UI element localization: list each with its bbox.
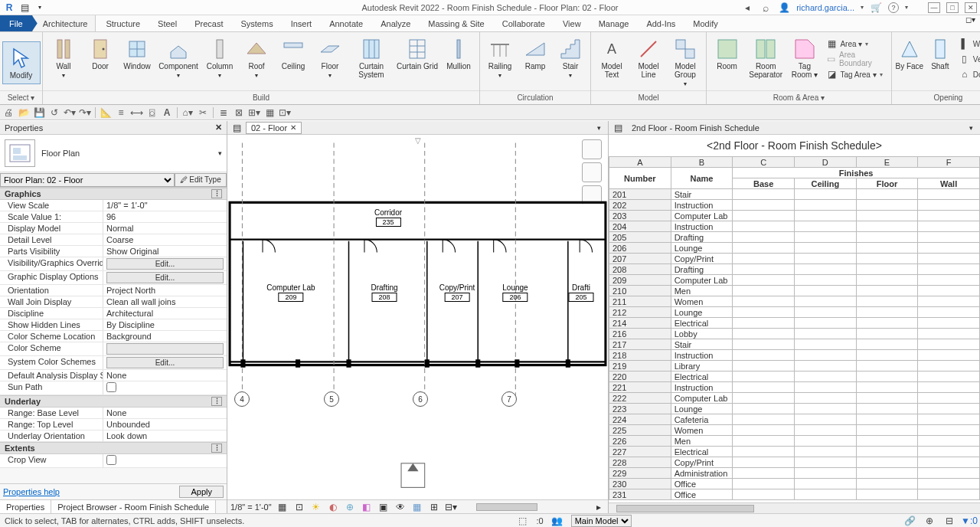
qat-close-icon[interactable]: ⊠	[234, 107, 244, 118]
table-row[interactable]: 202Instruction	[609, 200, 980, 211]
prop-row[interactable]: View Scale1/8" = 1'-0"	[0, 200, 227, 211]
status-link-icon[interactable]: 🔗	[903, 515, 916, 527]
vc-constraints-icon[interactable]: ⊟▾	[445, 501, 457, 513]
table-row[interactable]: 218Instruction	[609, 350, 980, 361]
qat-redo-icon[interactable]: ↷▾	[80, 107, 90, 118]
ribbon-tab-systems[interactable]: Systems	[230, 15, 280, 31]
properties-help-link[interactable]: Properties help	[3, 487, 60, 496]
table-row[interactable]: 220Electrical	[609, 372, 980, 382]
table-row[interactable]: 229Administration	[609, 468, 980, 479]
minimize-button[interactable]: —	[928, 2, 940, 13]
status-model-select[interactable]: Main Model	[571, 515, 632, 527]
wall-opening-button[interactable]: ▌Wall	[959, 37, 980, 51]
prop-row[interactable]: Color Scheme	[0, 342, 227, 356]
status-worksets-icon[interactable]: 👥	[551, 515, 564, 527]
room-area-panel-title[interactable]: Room & Area ▾	[707, 90, 891, 104]
qat-text-icon[interactable]: A	[162, 107, 172, 118]
qat-save-icon[interactable]: ▤	[18, 2, 31, 14]
stair-button[interactable]: Stair▼	[554, 35, 587, 80]
vc-crop-icon[interactable]: ◧	[361, 501, 373, 513]
grid-bubble[interactable]: 4	[234, 391, 250, 407]
vc-hide-icon[interactable]: 👁	[394, 501, 407, 513]
curtain-system-button[interactable]: Curtain System	[349, 35, 394, 80]
table-row[interactable]: 204Instruction	[609, 221, 980, 232]
prop-row[interactable]: Parts VisibilityShow Original	[0, 246, 227, 257]
modify-tool[interactable]: Modify	[2, 41, 41, 84]
table-row[interactable]: 214Electrical	[609, 318, 980, 329]
ribbon-tab-view[interactable]: View	[553, 15, 589, 31]
maximize-button[interactable]: □	[946, 2, 959, 13]
vc-reveal-icon[interactable]: ⊞	[428, 501, 440, 513]
table-row[interactable]: 201Stair	[609, 189, 980, 200]
vc-crop2-icon[interactable]: ▣	[377, 501, 390, 513]
instance-filter[interactable]: Floor Plan: 02 - Floor	[0, 173, 175, 187]
sched-tab-overflow-icon[interactable]: ▾	[965, 122, 977, 134]
prop-row[interactable]: Display ModelNormal	[0, 223, 227, 234]
grid-bubble[interactable]: 5	[324, 391, 339, 407]
table-row[interactable]: 221Instruction	[609, 382, 980, 393]
table-row[interactable]: 223Lounge	[609, 404, 980, 414]
vc-render-icon[interactable]: ⊕	[344, 501, 356, 513]
qat-win-icon[interactable]: ▦	[264, 107, 275, 118]
prop-group-extents[interactable]: Extents⋮	[0, 442, 227, 454]
table-row[interactable]: 208Drafting	[609, 264, 980, 275]
prop-row[interactable]: Graphic Display OptionsEdit...	[0, 271, 227, 285]
table-row[interactable]: 212Lounge	[609, 307, 980, 318]
vc-temp-icon[interactable]: ▦	[411, 501, 423, 513]
file-tab[interactable]: File	[0, 15, 32, 31]
schedule-grid[interactable]: ABCDEFNumberNameFinishesBaseCeilingFloor…	[609, 156, 980, 502]
table-row[interactable]: 206Lounge	[609, 243, 980, 254]
properties-close-icon[interactable]: ✕	[215, 123, 222, 133]
ribbon-tab-massing-site[interactable]: Massing & Site	[418, 15, 492, 31]
type-selector[interactable]: Floor Plan ▾	[0, 135, 227, 172]
qat-tag-icon[interactable]: ⌼	[146, 107, 157, 118]
help-icon[interactable]: ?	[888, 2, 899, 13]
table-row[interactable]: 216Lobby	[609, 329, 980, 339]
prop-row[interactable]: Wall Join DisplayClean all wall joins	[0, 296, 227, 308]
curtain-grid-button[interactable]: Curtain Grid	[395, 35, 439, 72]
room-separator-button[interactable]: Room Separator	[746, 35, 786, 80]
qat-section-icon[interactable]: ✂	[198, 107, 208, 118]
floor-button[interactable]: Floor▼	[312, 35, 348, 80]
user-name[interactable]: richard.garcia...	[796, 3, 854, 12]
grid-bubble[interactable]: 6	[413, 391, 428, 407]
table-row[interactable]: 228Copy/Print	[609, 457, 980, 468]
prop-row[interactable]: Range: Top LevelUnbounded	[0, 419, 227, 430]
ribbon-collapse-icon[interactable]: ◻▾	[961, 15, 980, 31]
panel-bottom-tab-0[interactable]: Properties	[0, 500, 51, 513]
qat-dim-icon[interactable]: ⟷	[131, 107, 142, 118]
wall-button[interactable]: Wall▼	[46, 35, 81, 80]
component-button[interactable]: Component▼	[156, 35, 201, 80]
vc-model-icon[interactable]: ⊡	[293, 501, 305, 513]
ribbon-tab-analyze[interactable]: Analyze	[371, 15, 418, 31]
view-tab-overflow-icon[interactable]: ▾	[593, 122, 605, 134]
ribbon-tab-steel[interactable]: Steel	[148, 15, 185, 31]
tag-room-button[interactable]: Tag Room ▾	[787, 35, 822, 80]
vertical-opening-button[interactable]: ▯Vertical	[959, 52, 980, 66]
qat-measure-icon[interactable]: 📐	[100, 107, 111, 118]
qat-home-icon[interactable]: 🖨	[3, 107, 14, 118]
scale-display[interactable]: 1/8" = 1'-0"	[230, 502, 272, 512]
prop-row[interactable]: Visibility/Graphics OverridesEdit...	[0, 257, 227, 271]
ribbon-tab-insert[interactable]: Insert	[281, 15, 320, 31]
prop-row[interactable]: Sun Path	[0, 381, 227, 395]
prop-row[interactable]: DisciplineArchitectural	[0, 308, 227, 319]
table-row[interactable]: 222Computer Lab	[609, 393, 980, 404]
search-icon[interactable]: ◂	[741, 2, 753, 14]
prop-group-underlay[interactable]: Underlay⋮	[0, 395, 227, 408]
railing-button[interactable]: Railing▼	[483, 35, 517, 80]
schedule-tab[interactable]: 2nd Floor - Room Finish Schedule	[627, 122, 764, 134]
table-row[interactable]: 207Copy/Print	[609, 254, 980, 264]
status-filter-icon[interactable]: ▼:0	[963, 515, 975, 527]
shaft-button[interactable]: Shaft	[926, 35, 955, 72]
door-button[interactable]: Door	[83, 35, 118, 72]
prop-row[interactable]: Default Analysis Display St...None	[0, 370, 227, 381]
view-tab-close-icon[interactable]: ✕	[290, 123, 296, 132]
table-row[interactable]: 217Stair	[609, 339, 980, 350]
area-button[interactable]: ▦Area ▾	[826, 37, 884, 51]
qat-thin-icon[interactable]: ≣	[218, 107, 229, 118]
vc-shadow-icon[interactable]: ◐	[327, 501, 339, 513]
ribbon-tab-architecture[interactable]: Architecture	[32, 15, 96, 31]
prop-group-graphics[interactable]: Graphics⋮	[0, 188, 227, 200]
table-row[interactable]: 231Office	[609, 489, 980, 500]
